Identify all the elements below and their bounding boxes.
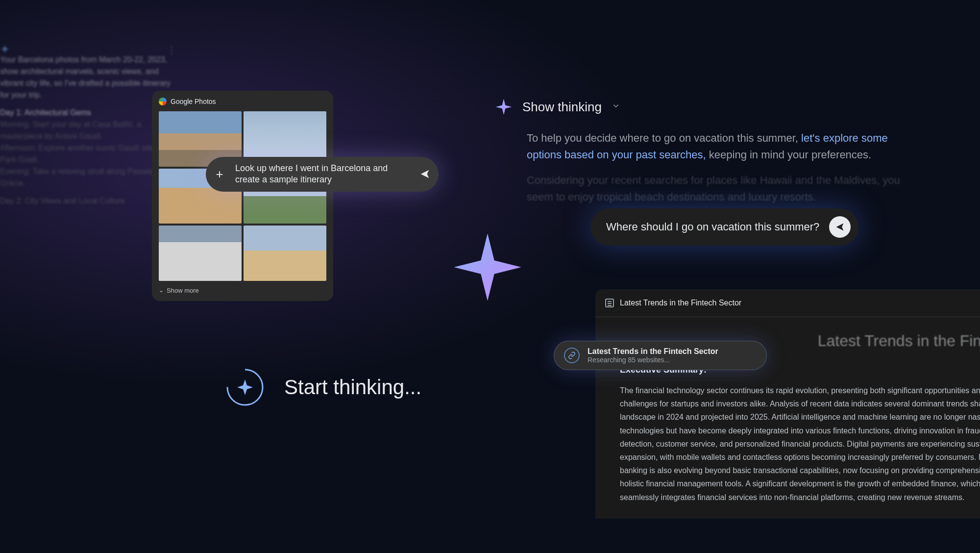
show-more-button[interactable]: ⌄ Show more	[159, 287, 326, 294]
vacation-prompt-text: Where should I go on vacation this summe…	[606, 221, 819, 233]
thinking-text-2: Considering your recent searches for pla…	[527, 174, 900, 203]
day1-afternoon: Afternoon: Explore another iconic Gaudí …	[0, 142, 172, 166]
response-intro: Your Barcelona photos from March 20-22, …	[0, 54, 172, 101]
show-thinking-toggle[interactable]: Show thinking	[495, 98, 620, 116]
sparkle-ring-icon	[225, 368, 265, 407]
plus-icon[interactable]: +	[213, 167, 226, 181]
more-icon[interactable]: ⋮	[167, 44, 176, 56]
barcelona-itinerary-response: ⋮ Your Barcelona photos from March 20-22…	[0, 54, 172, 207]
research-subtitle: Researching 85 websites...	[588, 356, 718, 364]
start-thinking-label: Start thinking...	[284, 376, 421, 399]
vacation-prompt-pill[interactable]: Where should I go on vacation this summe…	[590, 208, 858, 246]
day1-morning: Morning: Start your day at Casa Batlló, …	[0, 119, 172, 142]
photos-grid	[159, 111, 326, 281]
day1-evening: Evening: Take a relaxing stroll along Pa…	[0, 166, 172, 189]
show-thinking-label: Show thinking	[522, 100, 602, 115]
start-thinking-row: Start thinking...	[225, 368, 421, 407]
google-photos-card: Google Photos ⌄ Show more	[152, 91, 333, 301]
thinking-body: To help you decide where to go on vacati…	[527, 130, 924, 205]
prompt-text: Look up where I went in Barcelona and cr…	[235, 163, 409, 186]
show-more-label: Show more	[167, 287, 199, 294]
document-icon	[605, 299, 614, 307]
send-button[interactable]	[829, 216, 851, 238]
research-status-pill[interactable]: Latest Trends in the Fintech Sector Rese…	[554, 341, 767, 370]
chevron-down-icon	[612, 101, 620, 112]
fintech-header: Latest Trends in the Fintech Sector Shar…	[595, 289, 980, 317]
fintech-document-panel: Latest Trends in the Fintech Sector Shar…	[595, 289, 980, 519]
fintech-body-text: The financial technology sector continue…	[620, 384, 980, 504]
day2-heading: Day 2: City Views and Local Culture	[0, 195, 172, 207]
chevron-down-icon: ⌄	[159, 287, 164, 294]
google-photos-icon	[159, 98, 167, 105]
photos-card-title: Google Photos	[171, 98, 216, 105]
barcelona-prompt-pill[interactable]: + Look up where I went in Barcelona and …	[206, 157, 439, 192]
research-title: Latest Trends in the Fintech Sector	[588, 347, 718, 356]
thinking-text-1: To help you decide where to go on vacati…	[527, 132, 801, 144]
day1-heading: Day 1: Architectural Gems	[0, 107, 172, 119]
photo-thumbnail[interactable]	[244, 226, 326, 281]
thinking-text-1c: keeping in mind your preferences.	[706, 149, 872, 161]
photo-thumbnail[interactable]	[159, 226, 242, 281]
send-button[interactable]	[418, 167, 432, 181]
link-icon	[564, 348, 580, 363]
sparkle-icon	[0, 44, 10, 54]
fintech-header-title: Latest Trends in the Fintech Sector	[620, 299, 741, 307]
sparkle-icon	[451, 230, 524, 304]
sparkle-icon	[495, 98, 513, 116]
